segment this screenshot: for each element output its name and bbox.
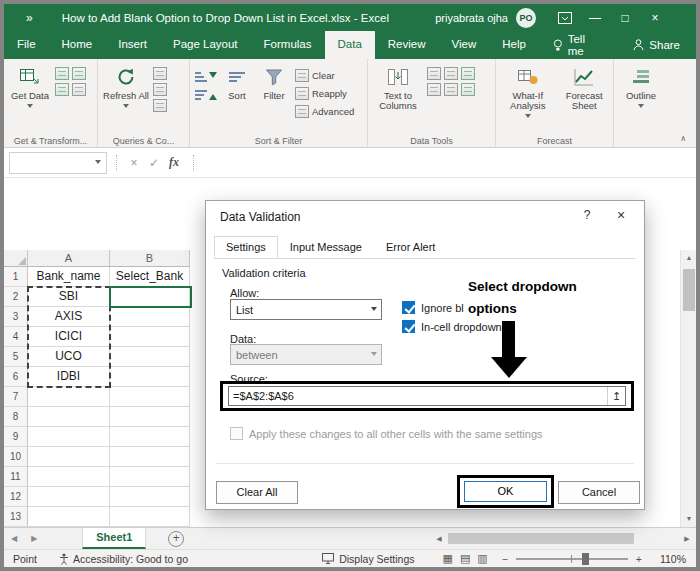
- insert-function-icon[interactable]: fx: [164, 155, 184, 170]
- advanced-button[interactable]: Advanced: [295, 103, 354, 120]
- cell-A9[interactable]: [28, 427, 110, 447]
- cell-A4[interactable]: ICICI: [28, 327, 110, 347]
- row-header-11[interactable]: 11: [4, 467, 28, 487]
- cell-B11[interactable]: [110, 467, 190, 487]
- zoom-slider-thumb[interactable]: [582, 553, 589, 565]
- column-header-A[interactable]: A: [28, 250, 110, 267]
- forecast-sheet-button[interactable]: Forecast Sheet: [558, 63, 610, 111]
- data-validation-icon[interactable]: [461, 67, 475, 80]
- cell-B4[interactable]: [110, 327, 190, 347]
- row-header-10[interactable]: 10: [4, 447, 28, 467]
- cell-B9[interactable]: [110, 427, 190, 447]
- cell-B12[interactable]: [110, 487, 190, 507]
- cell-B5[interactable]: [110, 347, 190, 367]
- name-box[interactable]: [9, 152, 107, 174]
- reapply-button[interactable]: Reapply: [295, 85, 354, 102]
- collapse-dialog-icon[interactable]: ↥: [607, 387, 625, 405]
- row-header-6[interactable]: 6: [4, 367, 28, 387]
- row-header-7[interactable]: 7: [4, 387, 28, 407]
- vertical-scrollbar-thumb[interactable]: [683, 269, 695, 311]
- cell-B3[interactable]: [110, 307, 190, 327]
- zoom-out-button[interactable]: −: [502, 553, 508, 565]
- tab-formulas[interactable]: Formulas: [251, 31, 325, 59]
- next-sheet-icon[interactable]: ▶: [24, 534, 44, 543]
- sort-button[interactable]: Sort: [221, 63, 253, 101]
- sheet-tab-sheet1[interactable]: Sheet1: [82, 528, 146, 549]
- queries-connections-icon[interactable]: [153, 67, 167, 80]
- cell-A13[interactable]: [28, 507, 110, 527]
- cell-B13[interactable]: [110, 507, 190, 527]
- quick-access-toolbar-icon[interactable]: »: [26, 11, 32, 25]
- apply-changes-checkbox[interactable]: Apply these changes to all other cells w…: [230, 427, 543, 440]
- get-data-button[interactable]: Get Data: [8, 63, 52, 111]
- text-to-columns-button[interactable]: Text to Columns: [372, 63, 424, 111]
- normal-view-icon[interactable]: ▦: [443, 552, 453, 565]
- tab-home[interactable]: Home: [49, 31, 106, 59]
- refresh-all-button[interactable]: Refresh All: [102, 63, 150, 111]
- row-header-3[interactable]: 3: [4, 307, 28, 327]
- allow-dropdown[interactable]: List: [230, 299, 382, 320]
- horizontal-scrollbar-thumb[interactable]: [448, 533, 634, 544]
- properties-icon[interactable]: [153, 83, 167, 96]
- what-if-analysis-button[interactable]: What-If Analysis: [500, 63, 555, 121]
- row-header-12[interactable]: 12: [4, 487, 28, 507]
- cell-A12[interactable]: [28, 487, 110, 507]
- scroll-up-icon[interactable]: ▲: [681, 250, 697, 266]
- vertical-scrollbar[interactable]: ▲ ▼: [680, 250, 696, 527]
- select-all-corner[interactable]: [4, 250, 28, 267]
- tell-me-button[interactable]: Tell me: [539, 31, 617, 59]
- row-header-1[interactable]: 1: [4, 267, 28, 287]
- in-cell-dropdown-checkbox[interactable]: In-cell dropdown: [402, 320, 502, 333]
- source-input[interactable]: =$A$2:$A$6 ↥: [228, 386, 626, 406]
- cell-B10[interactable]: [110, 447, 190, 467]
- accessibility-status[interactable]: Accessibility: Good to go: [59, 553, 188, 565]
- from-text-csv-icon[interactable]: [55, 67, 69, 80]
- dialog-help-button[interactable]: ?: [574, 208, 600, 222]
- column-header-B[interactable]: B: [110, 250, 190, 267]
- zoom-in-button[interactable]: +: [636, 553, 642, 565]
- cell-B1[interactable]: Select_Bank: [110, 267, 190, 287]
- dialog-close-button[interactable]: ×: [608, 207, 634, 223]
- outline-button[interactable]: Outline: [618, 63, 664, 111]
- remove-duplicates-icon[interactable]: [444, 67, 458, 80]
- clear-all-button[interactable]: Clear All: [216, 481, 298, 504]
- cell-A8[interactable]: [28, 407, 110, 427]
- row-header-4[interactable]: 4: [4, 327, 28, 347]
- edit-links-icon[interactable]: [153, 99, 167, 112]
- relationships-icon[interactable]: [444, 83, 458, 96]
- manage-data-model-icon[interactable]: [461, 83, 475, 96]
- tab-page-layout[interactable]: Page Layout: [160, 31, 251, 59]
- scroll-down-icon[interactable]: ▼: [681, 511, 697, 527]
- cell-A3[interactable]: AXIS: [28, 307, 110, 327]
- cell-A6[interactable]: IDBI: [28, 367, 110, 387]
- tab-insert[interactable]: Insert: [105, 31, 160, 59]
- previous-sheet-icon[interactable]: ◀: [4, 534, 24, 543]
- new-sheet-button[interactable]: +: [168, 531, 184, 547]
- close-button[interactable]: ×: [640, 4, 670, 31]
- scroll-right-icon[interactable]: ▶: [680, 535, 694, 543]
- page-break-view-icon[interactable]: ▥: [477, 552, 487, 565]
- display-settings-button[interactable]: Display Settings: [322, 553, 414, 565]
- avatar[interactable]: PO: [516, 8, 536, 28]
- recent-sources-icon[interactable]: [55, 83, 69, 96]
- row-header-8[interactable]: 8: [4, 407, 28, 427]
- flash-fill-icon[interactable]: [427, 67, 441, 80]
- tab-view[interactable]: View: [439, 31, 490, 59]
- tab-data[interactable]: Data: [325, 31, 375, 59]
- cell-B6[interactable]: [110, 367, 190, 387]
- ribbon-display-options-icon[interactable]: [550, 4, 580, 31]
- cell-B2[interactable]: [110, 287, 190, 307]
- sort-ascending-icon[interactable]: [194, 69, 218, 84]
- cancel-button[interactable]: Cancel: [558, 481, 640, 504]
- cell-A11[interactable]: [28, 467, 110, 487]
- row-header-5[interactable]: 5: [4, 347, 28, 367]
- consolidate-icon[interactable]: [427, 83, 441, 96]
- name-box-chevron-icon[interactable]: [95, 160, 101, 167]
- cell-A10[interactable]: [28, 447, 110, 467]
- zoom-level[interactable]: 110%: [650, 553, 686, 565]
- cancel-entry-icon[interactable]: ×: [124, 156, 144, 170]
- scroll-left-icon[interactable]: ◀: [432, 535, 446, 543]
- formula-input[interactable]: [201, 148, 696, 177]
- tab-file[interactable]: File: [4, 31, 49, 59]
- collapse-ribbon-icon[interactable]: ∧: [680, 134, 686, 143]
